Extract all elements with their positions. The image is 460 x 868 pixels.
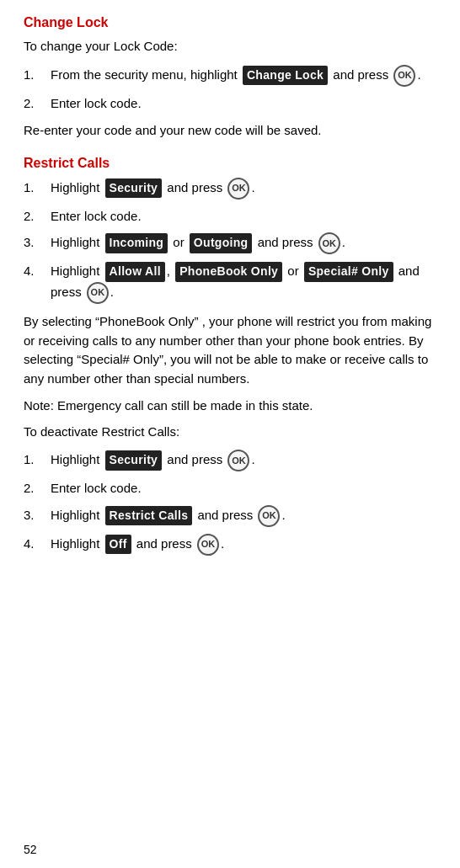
highlight-outgoing: Outgoing bbox=[190, 233, 253, 253]
step-content: Highlight Security and press OK. bbox=[51, 450, 436, 471]
step-number: 1. bbox=[24, 450, 51, 470]
step-number: 1. bbox=[24, 178, 51, 198]
highlight-security-2: Security bbox=[105, 450, 163, 471]
change-lock-step-1: 1. From the security menu, highlight Cha… bbox=[24, 65, 436, 87]
highlight-phonebook-only: PhoneBook Only bbox=[175, 262, 282, 282]
highlight-allow-all: Allow All bbox=[105, 262, 165, 282]
restrict-calls-title: Restrict Calls bbox=[24, 156, 436, 171]
page-number: 52 bbox=[24, 843, 37, 856]
step-content: Highlight Off and press OK. bbox=[51, 534, 436, 556]
change-lock-title: Change Lock bbox=[24, 15, 436, 30]
highlight-restrict-calls: Restrict Calls bbox=[105, 506, 193, 526]
step-content: Highlight Security and press OK. bbox=[51, 178, 436, 200]
step-content: Highlight Allow All, PhoneBook Only or S… bbox=[51, 261, 436, 304]
step-number: 3. bbox=[24, 505, 51, 525]
highlight-security: Security bbox=[105, 178, 163, 199]
change-lock-step-2: 2. Enter lock code. bbox=[24, 93, 436, 114]
change-lock-intro: To change your Lock Code: bbox=[24, 37, 436, 56]
deactivate-steps: 1. Highlight Security and press OK. 2. E… bbox=[24, 450, 436, 556]
change-lock-steps: 1. From the security menu, highlight Cha… bbox=[24, 65, 436, 114]
step-number: 4. bbox=[24, 534, 51, 554]
restrict-step-3: 3. Highlight Incoming or Outgoing and pr… bbox=[24, 232, 436, 254]
ok-button-icon: OK bbox=[227, 178, 249, 200]
step-number: 3. bbox=[24, 232, 51, 253]
ok-button-icon: OK bbox=[87, 282, 109, 304]
highlight-special-only: Special# Only bbox=[304, 262, 393, 282]
ok-button-icon: OK bbox=[393, 65, 415, 87]
step-content: Enter lock code. bbox=[51, 478, 436, 498]
step-content: Highlight Restrict Calls and press OK. bbox=[51, 505, 436, 527]
restrict-step-2: 2. Enter lock code. bbox=[24, 206, 436, 226]
deactivate-step-3: 3. Highlight Restrict Calls and press OK… bbox=[24, 505, 436, 527]
highlight-change-lock: Change Lock bbox=[243, 66, 328, 86]
ok-button-icon: OK bbox=[227, 450, 249, 471]
step-content: Enter lock code. bbox=[51, 93, 436, 113]
restrict-step-4: 4. Highlight Allow All, PhoneBook Only o… bbox=[24, 261, 436, 304]
deactivate-intro: To deactivate Restrict Calls: bbox=[24, 423, 436, 442]
step-content: From the security menu, highlight Change… bbox=[51, 65, 436, 87]
deactivate-step-1: 1. Highlight Security and press OK. bbox=[24, 450, 436, 471]
restrict-calls-body: By selecting “PhoneBook Only” , your pho… bbox=[24, 312, 436, 388]
reenter-text: Re-enter your code and your new code wil… bbox=[24, 121, 436, 141]
deactivate-step-2: 2. Enter lock code. bbox=[24, 478, 436, 498]
step-number: 1. bbox=[24, 65, 51, 85]
step-content: Highlight Incoming or Outgoing and press… bbox=[51, 232, 436, 254]
restrict-step-1: 1. Highlight Security and press OK. bbox=[24, 178, 436, 200]
highlight-incoming: Incoming bbox=[105, 233, 168, 253]
step-content: Enter lock code. bbox=[51, 206, 436, 226]
step-number: 2. bbox=[24, 478, 51, 498]
ok-button-icon: OK bbox=[197, 534, 219, 556]
note-text: Note: Emergency call can still be made i… bbox=[24, 397, 436, 416]
step-number: 4. bbox=[24, 261, 51, 281]
highlight-off: Off bbox=[105, 535, 131, 555]
deactivate-step-4: 4. Highlight Off and press OK. bbox=[24, 534, 436, 556]
restrict-calls-steps: 1. Highlight Security and press OK. 2. E… bbox=[24, 178, 436, 304]
ok-button-icon: OK bbox=[258, 505, 280, 527]
step-number: 2. bbox=[24, 206, 51, 226]
ok-button-icon: OK bbox=[318, 232, 340, 254]
step-number: 2. bbox=[24, 93, 51, 114]
